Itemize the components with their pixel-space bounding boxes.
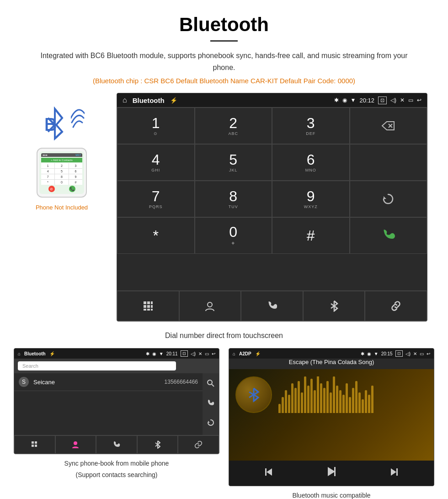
dial-key-6-main: 6 [307, 152, 315, 167]
dial-key-0[interactable]: 0 + [195, 217, 272, 254]
contact-number: 13566664466 [165, 379, 198, 385]
music-caption-line1: Bluetooth music compatible [292, 486, 370, 499]
ms-cam-icon: ⊡ [395, 350, 403, 357]
svg-rect-8 [144, 301, 146, 304]
search-icon [207, 380, 214, 387]
dial-key-6[interactable]: 6 MNO [272, 144, 350, 181]
contact-row[interactable]: S Seicane 13566664466 [14, 373, 203, 391]
pb-time: 20:11 [166, 351, 178, 356]
dial-key-2-sub: ABC [228, 131, 238, 136]
search-input[interactable]: Search [18, 361, 176, 370]
pb-bt-icon [155, 440, 160, 449]
refresh-icon [382, 193, 395, 205]
phone-key-star: * [41, 180, 54, 185]
phone-illustration: ʙ ●●●M37 + Add to Contacts [21, 93, 103, 211]
svg-marker-38 [267, 468, 272, 476]
dial-key-2[interactable]: 2 ABC [195, 107, 272, 144]
dial-key-0-sub: + [231, 240, 235, 247]
svg-point-22 [208, 380, 212, 385]
dial-call-green[interactable] [350, 217, 427, 254]
dial-key-9[interactable]: 9 WXYZ [272, 181, 350, 217]
svg-marker-24 [208, 421, 210, 423]
pb-search-icon-btn[interactable] [203, 377, 219, 392]
pb-home-icon: ⌂ [18, 351, 21, 356]
dial-key-5[interactable]: 5 JKL [195, 144, 272, 181]
dial-key-9-main: 9 [307, 189, 315, 204]
svg-marker-7 [384, 196, 386, 199]
phone-device: ●●●M37 + Add to Contacts 1 2 3 4 5 6 7 8… [37, 148, 87, 198]
android-status-bar: ⌂ Bluetooth ⚡ ✱ ◉ ▼ 20:12 ⊡ ◁) ✕ ▭ ↩ [117, 93, 427, 107]
svg-rect-9 [147, 301, 150, 304]
svg-rect-25 [32, 441, 34, 444]
pb-bottom-link[interactable] [178, 435, 219, 454]
pb-usb-icon: ⚡ [49, 351, 55, 356]
pb-refresh-icon-btn[interactable] [203, 416, 219, 431]
music-screen: ⌂ A2DP ⚡ ✱ ◉ ▼ 20:15 ⊡ ◁) ✕ ▭ ↩ E [229, 348, 434, 486]
dial-key-1[interactable]: 1 ⊙ [117, 107, 195, 144]
phonebook-list: S Seicane 13566664466 [14, 373, 203, 435]
dial-key-7[interactable]: 7 PQRS [117, 181, 195, 217]
dial-backspace[interactable] [350, 107, 427, 144]
dial-key-3[interactable]: 3 DEF [272, 107, 350, 144]
phone-key-hash: # [69, 180, 82, 185]
play-pause-icon [325, 465, 338, 478]
dial-key-6-sub: MNO [305, 168, 316, 172]
ms-rect-icon: ▭ [420, 351, 424, 356]
ms-vol-icon: ◁) [405, 351, 411, 356]
bottom-bluetooth-icon[interactable] [303, 291, 365, 321]
title-underline [210, 40, 238, 42]
rect-status-icon: ▭ [408, 97, 413, 103]
bottom-phone-icon[interactable] [241, 291, 303, 321]
phone-icon [267, 301, 277, 311]
svg-rect-26 [35, 441, 37, 444]
svg-line-1 [55, 132, 62, 139]
phone-key-8: 8 [55, 174, 68, 179]
play-pause-button[interactable] [325, 465, 338, 481]
bluetooth-bottom-icon [330, 300, 338, 312]
spec-line: (Bluetooth chip : CSR BC6 Default Blueto… [0, 77, 448, 93]
pb-bottom-phone[interactable] [96, 435, 137, 454]
svg-rect-12 [147, 305, 150, 308]
ms-app-name: A2DP [239, 351, 251, 356]
pb-signal-icon: ▼ [159, 351, 164, 356]
phonebook-status-bar: ⌂ Bluetooth ⚡ ✱ ◉ ▼ 20:11 ⊡ ◁) ✕ ▭ ↩ [14, 349, 219, 359]
phonebook-right-icons [203, 373, 219, 435]
pb-bottom-grid[interactable] [14, 435, 55, 454]
dial-key-7-sub: PQRS [149, 204, 163, 209]
svg-marker-40 [328, 467, 335, 476]
dial-key-3-sub: DEF [306, 131, 315, 136]
music-equalizer [278, 376, 427, 413]
dial-key-7-main: 7 [152, 189, 160, 204]
status-bar-right: ✱ ◉ ▼ 20:12 ⊡ ◁) ✕ ▭ ↩ [334, 97, 421, 104]
pb-call-icon-btn[interactable] [203, 397, 219, 412]
pb-bottom-contacts[interactable] [55, 435, 96, 454]
ms-time: 20:15 [381, 351, 393, 356]
dial-key-star[interactable]: * [117, 217, 195, 254]
dial-key-8-main: 8 [229, 189, 237, 204]
bottom-contacts-icon[interactable] [179, 291, 241, 321]
call-green-icon [381, 229, 395, 242]
dial-key-hash[interactable]: # [272, 217, 350, 254]
dial-key-hash-main: # [307, 228, 315, 243]
prev-track-button[interactable] [263, 467, 274, 480]
dial-key-5-main: 5 [229, 152, 237, 167]
svg-rect-15 [147, 309, 150, 311]
dial-key-8-sub: TUV [229, 204, 238, 209]
dial-key-1-main: 1 [152, 116, 160, 130]
svg-rect-16 [151, 309, 153, 311]
dial-refresh[interactable] [350, 181, 427, 217]
ms-home-icon: ⌂ [233, 351, 235, 356]
dial-key-4[interactable]: 4 GHI [117, 144, 195, 181]
svg-line-4 [48, 118, 55, 125]
svg-rect-13 [151, 305, 153, 308]
pb-bottom-bt[interactable] [137, 435, 178, 454]
bottom-grid-icon[interactable] [117, 291, 179, 321]
dial-caption: Dial number direct from touchscreen [0, 325, 448, 348]
bottom-link-icon[interactable] [365, 291, 427, 321]
music-status-bar: ⌂ A2DP ⚡ ✱ ◉ ▼ 20:15 ⊡ ◁) ✕ ▭ ↩ [229, 349, 434, 359]
phone-key-1: 1 [41, 163, 54, 168]
pb-close-icon: ✕ [198, 351, 202, 356]
dial-key-8[interactable]: 8 TUV [195, 181, 272, 217]
phonebook-block: ⌂ Bluetooth ⚡ ✱ ◉ ▼ 20:11 ⊡ ◁) ✕ ▭ ↩ [14, 348, 219, 499]
next-track-button[interactable] [389, 467, 400, 480]
